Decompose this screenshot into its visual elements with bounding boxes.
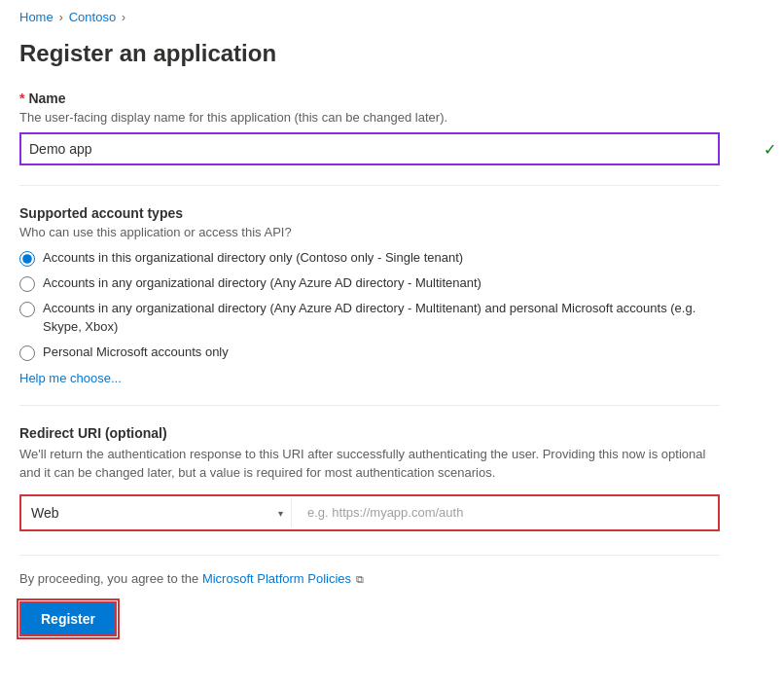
breadcrumb: Home › Contoso › xyxy=(0,0,784,30)
radio-input-1[interactable] xyxy=(19,251,35,267)
separator-2 xyxy=(19,405,720,406)
radio-item-1[interactable]: Accounts in this organizational director… xyxy=(19,249,720,267)
external-link-icon: ⧉ xyxy=(353,573,364,585)
radio-label-3: Accounts in any organizational directory… xyxy=(43,300,720,335)
redirect-uri-input[interactable] xyxy=(300,498,716,527)
radio-label-4: Personal Microsoft accounts only xyxy=(43,344,229,361)
radio-item-2[interactable]: Accounts in any organizational directory… xyxy=(19,274,720,292)
radio-item-3[interactable]: Accounts in any organizational directory… xyxy=(19,300,720,335)
name-section: *Name The user-facing display name for t… xyxy=(19,91,720,165)
redirect-section: Redirect URI (optional) We'll return the… xyxy=(19,425,720,531)
radio-label-2: Accounts in any organizational directory… xyxy=(43,274,481,292)
redirect-select-wrapper: Web SPA Public client/native (mobile & d… xyxy=(23,498,292,527)
name-input[interactable] xyxy=(21,134,718,163)
breadcrumb-contoso[interactable]: Contoso xyxy=(69,10,116,24)
radio-input-3[interactable] xyxy=(19,302,35,317)
breadcrumb-sep-2: › xyxy=(122,11,125,24)
redirect-inputs-wrapper: Web SPA Public client/native (mobile & d… xyxy=(19,494,720,531)
radio-label-1: Accounts in this organizational director… xyxy=(43,249,463,267)
radio-group: Accounts in this organizational director… xyxy=(19,249,720,361)
redirect-label: Redirect URI (optional) xyxy=(19,425,720,441)
check-icon: ✓ xyxy=(764,140,776,159)
account-types-label: Supported account types xyxy=(19,205,720,221)
radio-input-2[interactable] xyxy=(19,276,35,292)
name-description: The user-facing display name for this ap… xyxy=(19,110,720,125)
name-label: *Name xyxy=(19,91,720,106)
radio-input-4[interactable] xyxy=(19,345,35,361)
policy-text-prefix: By proceeding, you agree to the xyxy=(19,571,202,586)
radio-item-4[interactable]: Personal Microsoft accounts only xyxy=(19,344,720,361)
required-star: * xyxy=(19,91,24,106)
redirect-type-select[interactable]: Web SPA Public client/native (mobile & d… xyxy=(23,498,291,527)
breadcrumb-home[interactable]: Home xyxy=(19,10,53,24)
register-button[interactable]: Register xyxy=(19,601,117,636)
name-input-wrapper: ✓ xyxy=(19,132,720,165)
account-types-section: Supported account types Who can use this… xyxy=(19,205,720,385)
page-title: Register an application xyxy=(19,40,720,67)
redirect-description: We'll return the authentication response… xyxy=(19,445,720,483)
page-content: Register an application *Name The user-f… xyxy=(0,30,739,656)
help-me-choose-link[interactable]: Help me choose... xyxy=(19,371,122,385)
separator-1 xyxy=(19,185,720,186)
breadcrumb-sep-1: › xyxy=(59,11,63,24)
policy-link[interactable]: Microsoft Platform Policies xyxy=(202,571,351,586)
account-types-question: Who can use this application or access t… xyxy=(19,225,720,239)
policy-bar: By proceeding, you agree to the Microsof… xyxy=(19,555,720,586)
